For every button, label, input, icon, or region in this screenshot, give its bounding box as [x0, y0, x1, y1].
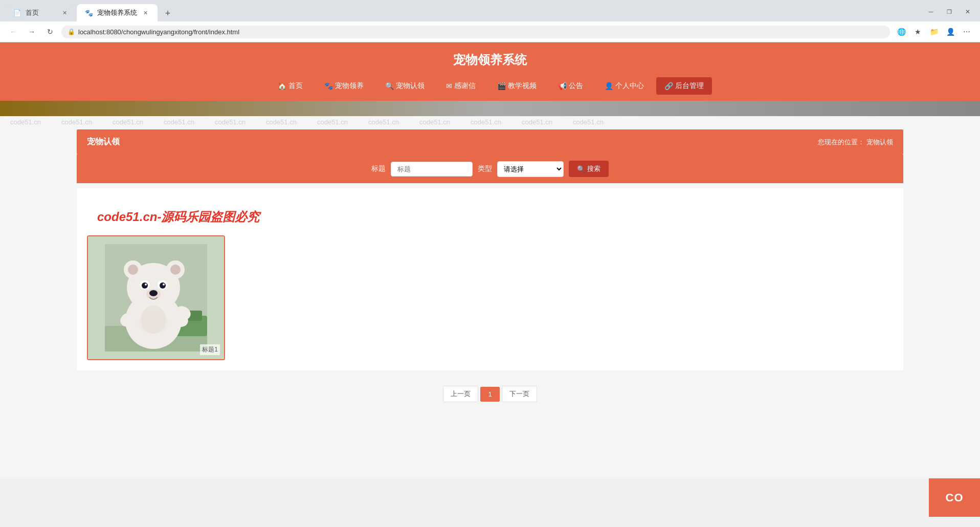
browser-toolbar: ← → ↻ 🔒 localhost:8080/chongwulingyangxi… [0, 21, 980, 42]
pet-card-1[interactable]: 标题1 [87, 235, 225, 360]
nav-notice-label: 公告 [569, 81, 583, 91]
notice-icon: 📢 [558, 82, 567, 90]
svg-point-9 [170, 265, 181, 275]
nav-admin[interactable]: 🔗 后台管理 [656, 77, 712, 95]
pagination: 上一页 1 下一页 [0, 381, 980, 418]
pet-card-image-1 [88, 236, 224, 359]
page-wrapper: 宠物领养系统 🏠 首页 🐾 宠物领养 🔍 宠物认领 ✉ 感谢信 🎬 教学视 [0, 42, 980, 477]
nav-thanks[interactable]: ✉ 感谢信 [437, 77, 485, 95]
nav-claim-label: 宠物认领 [396, 81, 425, 91]
svg-point-12 [142, 282, 148, 289]
nav-video-label: 教学视频 [508, 81, 537, 91]
thanks-icon: ✉ [446, 82, 452, 90]
site-title: 宠物领养系统 [9, 52, 971, 68]
bear-svg [105, 244, 207, 352]
collections-icon[interactable]: 📁 [927, 25, 941, 39]
reload-button[interactable]: ↻ [43, 25, 57, 39]
nav-thanks-label: 感谢信 [454, 81, 476, 91]
svg-point-14 [145, 283, 147, 286]
breadcrumb-section: 宠物认领 您现在的位置： 宠物认领 [77, 129, 903, 155]
home-icon: 🏠 [278, 82, 286, 90]
pet-card-label-1: 标题1 [200, 344, 220, 355]
browser-titlebar: 📄 首页 ✕ 🐾 宠物领养系统 ✕ + ─ ❐ ✕ [0, 0, 980, 21]
nav-claim[interactable]: 🔍 宠物认领 [376, 77, 434, 95]
pet-grid: 标题1 [87, 235, 893, 360]
title-search-input[interactable] [391, 162, 473, 177]
site-header: 宠物领养系统 [0, 42, 980, 77]
content-area: code51.cn-源码乐园盗图必究 [77, 188, 903, 370]
browser-tabs: 📄 首页 ✕ 🐾 宠物领养系统 ✕ + [5, 4, 924, 21]
watermark-container: 宠物领养系统 🏠 首页 🐾 宠物领养 🔍 宠物认领 ✉ 感谢信 🎬 教学视 [0, 42, 980, 418]
type-select[interactable]: 请选择 猫 狗 其他 [497, 161, 564, 177]
title-label: 标题 [371, 164, 386, 173]
breadcrumb-title: 宠物认领 [87, 137, 120, 147]
watermark-notice: code51.cn-源码乐园盗图必究 [87, 199, 893, 235]
svg-point-22 [141, 305, 166, 334]
svg-point-15 [163, 283, 165, 286]
breadcrumb-current: 宠物认领 [866, 138, 893, 146]
nav-adopt[interactable]: 🐾 宠物领养 [315, 77, 373, 95]
browser-chrome: 📄 首页 ✕ 🐾 宠物领养系统 ✕ + ─ ❐ ✕ ← → ↻ 🔒 local [0, 0, 980, 42]
forward-button[interactable]: → [25, 25, 39, 39]
tab-1[interactable]: 📄 首页 ✕ [5, 4, 77, 21]
search-icon: 🔍 [577, 165, 585, 173]
nav-profile-label: 个人中心 [615, 81, 644, 91]
nav-admin-label: 后台管理 [675, 81, 704, 91]
admin-icon: 🔗 [664, 82, 673, 90]
claim-icon: 🔍 [385, 82, 394, 90]
svg-point-7 [128, 265, 138, 275]
settings-icon[interactable]: ⋯ [960, 25, 974, 39]
address-text: localhost:8080/chongwulingyangxitong/fro… [78, 28, 884, 36]
adopt-icon: 🐾 [324, 82, 333, 90]
maximize-button[interactable]: ❐ [942, 5, 956, 19]
svg-point-17 [149, 290, 158, 296]
next-page-button[interactable]: 下一页 [502, 386, 537, 402]
hero-area [0, 101, 980, 116]
back-button[interactable]: ← [6, 25, 20, 39]
nav-video[interactable]: 🎬 教学视频 [488, 77, 546, 95]
nav-profile[interactable]: 👤 个人中心 [595, 77, 653, 95]
breadcrumb-prefix: 您现在的位置： [818, 138, 864, 146]
toolbar-actions: 🌐 ★ 📁 👤 ⋯ [894, 25, 974, 39]
minimize-button[interactable]: ─ [924, 5, 938, 19]
tab-1-close[interactable]: ✕ [60, 9, 69, 17]
user-avatar[interactable]: 👤 [943, 25, 957, 39]
tab-2-label: 宠物领养系统 [97, 8, 137, 17]
search-button-label: 搜索 [587, 164, 600, 173]
search-section: 标题 类型 请选择 猫 狗 其他 🔍 搜索 [77, 155, 903, 183]
page-1-button[interactable]: 1 [480, 387, 499, 402]
site-nav: 🏠 首页 🐾 宠物领养 🔍 宠物认领 ✉ 感谢信 🎬 教学视频 📢 公告 [0, 77, 980, 101]
new-tab-button[interactable]: + [160, 5, 176, 21]
breadcrumb-path: 您现在的位置： 宠物认领 [818, 138, 893, 147]
video-icon: 🎬 [497, 82, 506, 90]
nav-adopt-label: 宠物领养 [335, 81, 364, 91]
type-label: 类型 [478, 164, 492, 173]
tab-2-icon: 🐾 [85, 9, 93, 17]
search-button[interactable]: 🔍 搜索 [569, 161, 609, 177]
tab-1-icon: 📄 [13, 9, 21, 17]
tab-2[interactable]: 🐾 宠物领养系统 ✕ [77, 4, 158, 21]
prev-page-button[interactable]: 上一页 [443, 386, 478, 402]
address-bar[interactable]: 🔒 localhost:8080/chongwulingyangxitong/f… [61, 26, 890, 38]
tab-1-label: 首页 [26, 8, 39, 17]
favorites-icon[interactable]: ★ [910, 25, 925, 39]
svg-point-13 [160, 282, 166, 289]
profile-nav-icon: 👤 [605, 82, 613, 90]
nav-home-label: 首页 [288, 81, 303, 91]
profile-icon[interactable]: 🌐 [894, 25, 908, 39]
lock-icon: 🔒 [68, 28, 75, 35]
nav-notice[interactable]: 📢 公告 [549, 77, 592, 95]
close-window-button[interactable]: ✕ [961, 5, 975, 19]
nav-home[interactable]: 🏠 首页 [269, 77, 312, 95]
tab-2-close[interactable]: ✕ [141, 9, 149, 17]
